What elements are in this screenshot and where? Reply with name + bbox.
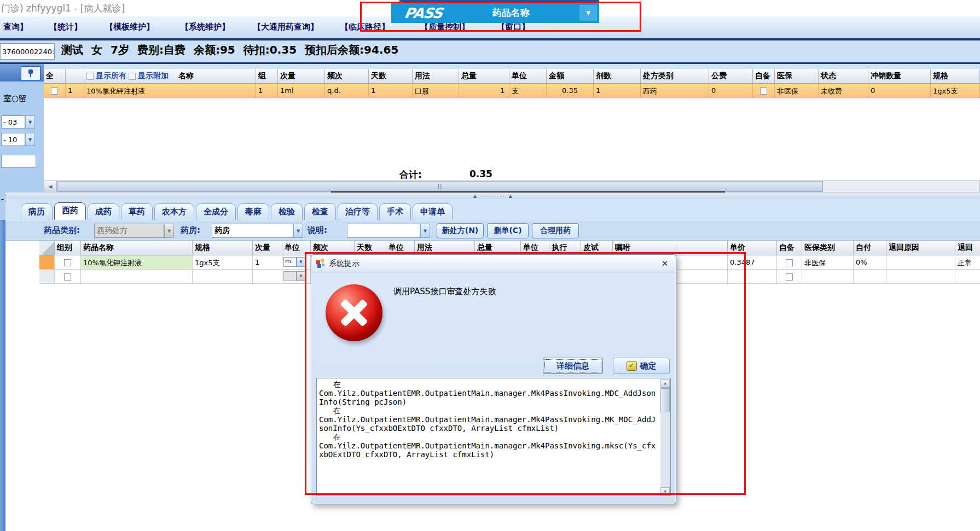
rational-drug-button[interactable]: 合理用药 [532, 223, 579, 238]
col-header-self-provided[interactable]: 自备 [777, 241, 802, 255]
col-header-unit3[interactable]: 单位 [521, 241, 549, 255]
col-header-return-status[interactable]: 退回 [955, 241, 980, 255]
tab-all-ingredients[interactable]: 全成分 [196, 203, 236, 220]
col-header-price[interactable]: 单价 [728, 241, 777, 255]
note-combo[interactable]: ▼ [347, 224, 430, 238]
unit-combo[interactable]: m. ▼ [283, 257, 305, 267]
col-header-rx-type[interactable]: 处方类别 [641, 69, 709, 84]
col-header-spec[interactable]: 规格 [193, 241, 253, 255]
delete-order-button[interactable]: 删单(C) [487, 223, 529, 238]
sidebar-input[interactable] [1, 155, 36, 168]
col-header-insurance-type[interactable]: 医保类别 [802, 241, 854, 255]
self-provided-checkbox[interactable] [786, 273, 793, 281]
col-header-amount[interactable]: 金额 [547, 69, 594, 84]
show-extra-checkbox[interactable] [129, 73, 136, 80]
pharmacy-combo[interactable]: 药房 ▼ [212, 224, 303, 238]
col-header-instruction[interactable]: 嘱咐 [613, 241, 676, 255]
tab-patent-medicine[interactable]: 成药 [88, 203, 119, 220]
show-all-checkbox[interactable] [86, 73, 94, 80]
show-all-label[interactable]: 显示所有 [96, 71, 126, 81]
chevron-down-icon[interactable]: ▼ [293, 224, 303, 238]
chevron-down-icon[interactable]: ▼ [25, 115, 35, 129]
stack-trace-box[interactable]: 在 Com.Yilz.OutpatientEMR.OutpatientMain.… [316, 378, 671, 496]
col-header-insurance[interactable]: 医保 [775, 69, 819, 84]
dialog-title-bar[interactable]: 系统提示 [312, 255, 675, 272]
col-header-self-pay[interactable]: 自付 [854, 241, 886, 255]
col-header-usage[interactable]: 用法 [413, 69, 459, 84]
row-checkbox[interactable] [51, 87, 58, 95]
col-header-public-fee[interactable]: 公费 [709, 69, 753, 84]
col-header-days[interactable]: 天数 [355, 241, 386, 255]
col-header-group[interactable]: 组 [256, 69, 278, 84]
tab-surgery[interactable]: 手术 [379, 203, 411, 220]
menu-item-statistics[interactable]: 【统计】 [49, 22, 82, 32]
col-header-doses[interactable]: 剂数 [594, 69, 641, 84]
col-header-unit[interactable]: 单位 [509, 69, 547, 84]
tab-herbal[interactable]: 草药 [121, 203, 153, 220]
pin-button[interactable] [21, 66, 40, 80]
new-rx-button[interactable]: 新处方(N) [437, 223, 484, 238]
chevron-down-icon[interactable]: ▼ [297, 271, 305, 281]
collapsed-panel-strip[interactable] [0, 220, 5, 531]
menu-item-drug-query[interactable]: 【大通用药查询】 [253, 22, 318, 32]
pass-dropdown-button[interactable]: ▼ [579, 5, 597, 21]
show-extra-label[interactable]: 显示附加 [138, 71, 169, 81]
details-button[interactable]: 详细信息 [543, 358, 603, 374]
col-header-unit1[interactable]: 单位 [282, 241, 311, 255]
unit-combo[interactable]: ▼ [283, 271, 305, 281]
tab-western-medicine[interactable]: 西药 [54, 202, 86, 220]
col-header-total[interactable]: 总量 [475, 241, 521, 255]
tab-nongbenfang[interactable]: 农本方 [154, 203, 194, 220]
sidebar-combo-10[interactable]: - 10 ▼ [1, 133, 35, 146]
vertical-scrollbar[interactable]: ▲ ▼ [660, 379, 670, 496]
col-header-dose[interactable]: 次量 [253, 241, 282, 255]
col-header-drug-name[interactable]: 药品名称 [81, 241, 193, 255]
chevron-down-icon[interactable]: ▼ [420, 224, 430, 238]
chevron-down-icon[interactable]: ▼ [297, 257, 305, 267]
menu-item-template[interactable]: 【模板维护】 [105, 22, 154, 32]
tab-medical-record[interactable]: 病历 [21, 203, 53, 220]
scroll-up-button[interactable]: ▲ [660, 379, 670, 388]
col-header-unit2[interactable]: 单位 [386, 241, 415, 255]
col-header-writeoff[interactable]: 冲销数量 [868, 69, 931, 84]
rx-grid-row[interactable]: 1 10%氯化钾注射液 1 1ml q.d. 1 口服 1 支 0.35 1 西… [44, 84, 980, 98]
pass-widget[interactable]: PASS 药品名称 ▼ [391, 3, 599, 23]
col-header-self-provided[interactable]: 自备 [753, 69, 775, 84]
col-header-spec[interactable]: 规格 [931, 69, 980, 84]
patient-id-input[interactable]: 37600002240: [0, 43, 55, 60]
col-header-days[interactable]: 天数 [369, 69, 413, 84]
self-provided-checkbox[interactable] [760, 87, 767, 95]
scrollbar-thumb[interactable] [660, 388, 670, 412]
col-header-usage[interactable]: 用法 [415, 241, 475, 255]
col-header-all[interactable]: 全 [44, 69, 66, 84]
chevron-down-icon[interactable]: ▼ [25, 133, 35, 146]
col-header-return-reason[interactable]: 退回原因 [886, 241, 955, 255]
col-header-dose[interactable]: 次量 [278, 69, 325, 84]
horizontal-scrollbar[interactable]: ◀ [44, 180, 980, 192]
menu-item-system[interactable]: 【系统维护】 [181, 22, 230, 32]
category-combo[interactable]: 西药处方 ▼ [94, 224, 174, 238]
col-header-exec[interactable]: 执行 [549, 241, 581, 255]
row-checkbox[interactable] [64, 273, 71, 281]
menu-item-clinical-path[interactable]: 【临床路径】 [340, 22, 390, 32]
col-header-total[interactable]: 总量 [459, 69, 509, 84]
menu-item-window[interactable]: 【窗口】 [497, 22, 530, 32]
tab-examination[interactable]: 检查 [304, 203, 336, 220]
scrollbar-thumb[interactable] [57, 181, 823, 192]
pass-drug-name-label[interactable]: 药品名称 [442, 7, 579, 19]
col-header-skin-test[interactable]: 皮试 [581, 241, 613, 255]
ok-button[interactable]: ✓ 确定 [613, 358, 670, 374]
tab-application-form[interactable]: 申请单 [413, 203, 453, 220]
ward-radio-label[interactable]: 室○留 [3, 94, 27, 104]
tab-lab-test[interactable]: 检验 [271, 203, 303, 220]
col-header-freq[interactable]: 频次 [311, 241, 355, 255]
scroll-down-button[interactable]: ▼ [660, 487, 670, 496]
menu-item-query[interactable]: 查询】 [3, 22, 28, 32]
tab-narcotic[interactable]: 毒麻 [237, 203, 269, 220]
tab-treatment[interactable]: 治疗等 [338, 203, 378, 220]
col-header-status[interactable]: 状态 [819, 69, 868, 84]
sidebar-combo-03[interactable]: - 03 ▼ [1, 115, 35, 129]
select-all-corner[interactable] [39, 241, 55, 255]
col-header-freq[interactable]: 频次 [325, 69, 369, 84]
row-checkbox[interactable] [64, 259, 71, 266]
